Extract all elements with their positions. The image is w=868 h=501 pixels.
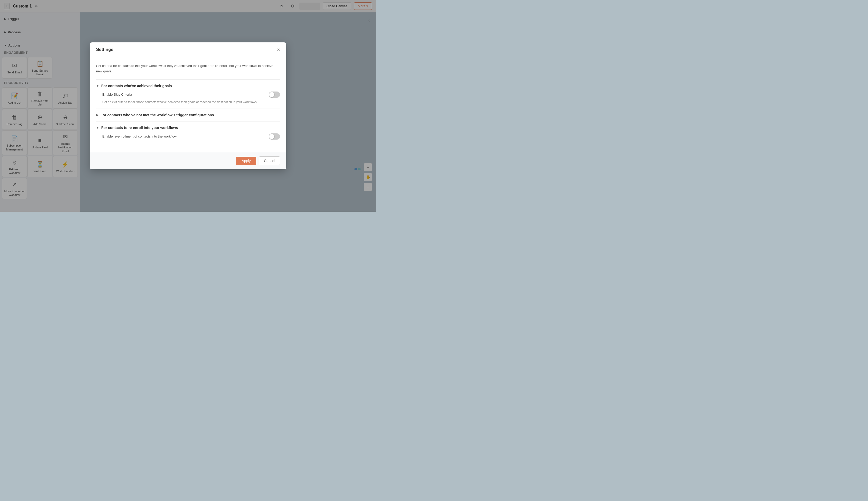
section1-chevron: ▼ xyxy=(96,84,99,88)
apply-button[interactable]: Apply xyxy=(236,157,256,165)
section2-header[interactable]: ▶ For contacts who've not met the workfl… xyxy=(96,113,280,117)
section2-accordion: ▶ For contacts who've not met the workfl… xyxy=(96,109,280,121)
section2-label: For contacts who've not met the workflow… xyxy=(100,113,214,117)
section3-label: For contacts to re-enroll into your work… xyxy=(101,126,178,130)
section3-chevron: ▼ xyxy=(96,126,99,129)
section3-header[interactable]: ▼ For contacts to re-enroll into your wo… xyxy=(96,126,280,130)
settings-modal: Settings × Set criteria for contacts to … xyxy=(90,42,286,169)
modal-title: Settings xyxy=(96,47,113,52)
modal-footer: Apply Cancel xyxy=(90,152,286,169)
reenrollment-label: Enable re-enrollment of contacts into th… xyxy=(102,135,177,138)
section3-content: Enable re-enrollment of contacts into th… xyxy=(96,130,280,140)
modal-description: Set criteria for contacts to exit your w… xyxy=(96,63,280,74)
section1-label: For contacts who've achieved their goals xyxy=(101,84,172,88)
section3-accordion: ▼ For contacts to re-enroll into your wo… xyxy=(96,121,280,146)
section1-content: Enable Skip Criteria Set an exit criteri… xyxy=(96,88,280,105)
skip-criteria-label: Enable Skip Criteria xyxy=(102,93,132,96)
modal-header: Settings × xyxy=(90,42,286,57)
section1-accordion: ▼ For contacts who've achieved their goa… xyxy=(96,79,280,109)
modal-close-button[interactable]: × xyxy=(277,47,280,52)
reenrollment-row: Enable re-enrollment of contacts into th… xyxy=(102,134,280,140)
section2-chevron: ▶ xyxy=(96,113,98,117)
modal-body: Set criteria for contacts to exit your w… xyxy=(90,57,286,152)
skip-criteria-desc: Set an exit criteria for all those conta… xyxy=(102,100,280,105)
skip-criteria-row: Enable Skip Criteria xyxy=(102,92,280,98)
modal-overlay: Settings × Set criteria for contacts to … xyxy=(0,0,376,212)
section1-header[interactable]: ▼ For contacts who've achieved their goa… xyxy=(96,84,280,88)
skip-criteria-toggle[interactable] xyxy=(269,92,280,98)
cancel-button[interactable]: Cancel xyxy=(259,157,280,165)
reenrollment-toggle[interactable] xyxy=(269,134,280,140)
